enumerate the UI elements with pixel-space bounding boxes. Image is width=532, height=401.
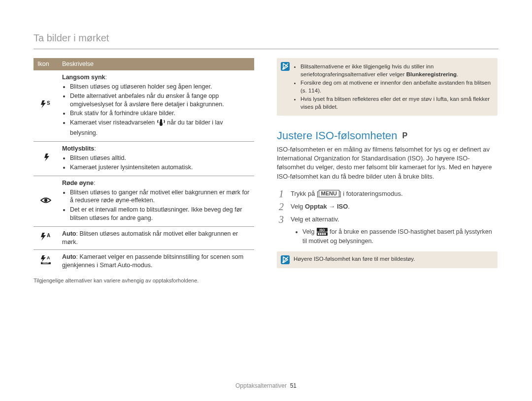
list-item: Blitsen utløses alltid. (70, 154, 250, 162)
iso-heading: Justere ISO-følsomheten (277, 129, 398, 142)
table-row: Motlysblits: Blitsen utløses alltid. Kam… (33, 142, 254, 176)
list-item: Blitsen utløses og utløseren holder seg … (70, 83, 250, 91)
list-item: Det er et intervall mellom to blitsutløs… (70, 206, 250, 222)
step-text: Velg et alternativ. (291, 215, 339, 223)
note-item: Hvis lyset fra blitsen reflekteres eller… (300, 95, 493, 111)
row-title: Motlysblits (62, 145, 94, 152)
svg-rect-13 (324, 233, 326, 235)
table-row: A Auto: Blitsen utløses automatisk når m… (33, 227, 254, 250)
table-footnote: Tilgjengelige alternativer kan variere a… (33, 278, 254, 283)
row-title: Langsom synk (62, 74, 105, 81)
svg-text:A: A (47, 233, 50, 238)
iso-auto-icon: ISO (316, 227, 328, 238)
title-rule (33, 49, 499, 49)
red-eye-icon (40, 197, 51, 205)
steps-list: 1 Trykk på [MENU] i fotorateringsmodus. … (277, 189, 498, 224)
th-ikon: Ikon (33, 58, 58, 70)
fill-in-flash-icon (41, 155, 50, 163)
list-item: Blitsen utløses to ganger når motivet el… (70, 188, 250, 205)
menu-button-label: MENU (319, 190, 339, 197)
list-item: Kameraet viser risteadvarselen (70, 119, 250, 137)
step-number: 2 (277, 202, 286, 212)
note-item: Blitsalternativene er ikke tilgjengelig … (300, 63, 493, 78)
footer-page-number: 51 (290, 382, 297, 389)
note-icon (281, 62, 290, 71)
list-item: Dette alternativet anbefales når du ønsk… (70, 92, 250, 109)
list-item: Kameraet justerer lysintensiteten automa… (70, 163, 250, 172)
note-box: Høyere ISO-følsomhet kan føre til mer bi… (277, 251, 498, 268)
th-beskrivelse: Beskrivelse (58, 58, 254, 70)
smart-auto-flash-icon: A SMART (40, 258, 52, 266)
table-row: S Langsom synk: Blitsen utløses og utløs… (33, 70, 254, 142)
note-text: Høyere ISO-følsomhet kan føre til mer bi… (294, 255, 415, 264)
slow-sync-flash-icon: S (40, 102, 52, 110)
row-title: Røde øyne (62, 180, 94, 186)
sub-bullet: Velg ISO for å bruke en passende ISO (302, 227, 498, 245)
svg-rect-10 (318, 233, 319, 235)
row-text: : Kameraet velger en passende blitsinnst… (62, 253, 243, 269)
flash-options-table: Ikon Beskrivelse S (33, 58, 254, 273)
step-number: 1 (277, 189, 286, 199)
step-text: Trykk på [MENU] i fotorateringsmodus. (291, 189, 403, 197)
table-row: A SMART Auto: Kameraet velger en passend… (33, 249, 254, 272)
iso-description: ISO-følsomheten er en måling av filmens … (277, 145, 498, 181)
row-title: Auto (62, 230, 76, 237)
svg-text:ISO: ISO (319, 228, 325, 231)
section-heading: Justere ISO-følsomheten P (277, 129, 498, 142)
auto-flash-icon: A (40, 234, 52, 243)
svg-point-1 (44, 199, 47, 202)
mode-badge-p: P (402, 131, 408, 140)
note-box: Blitsalternativene er ikke tilgjengelig … (277, 58, 498, 116)
svg-rect-12 (322, 233, 324, 235)
row-title: Auto (62, 253, 76, 260)
row-text: : Blitsen utløses automatisk når motivet… (62, 230, 238, 246)
step-number: 3 (277, 215, 286, 224)
svg-rect-11 (320, 233, 321, 235)
note-item: Forsikre deg om at motivene er innenfor … (300, 79, 493, 94)
note-icon (281, 255, 290, 264)
svg-text:A: A (47, 255, 50, 260)
footer-section: Opptaksalternativer (235, 382, 287, 389)
page-title: Ta bilder i mørket (33, 32, 499, 44)
list-item: Bruk stativ for å forhindre uklare bilde… (70, 109, 250, 118)
step-text: Velg Opptak → ISO. (291, 202, 350, 210)
svg-text:SMART: SMART (42, 262, 49, 264)
shake-warning-icon (157, 119, 166, 129)
table-row: Røde øyne: Blitsen utløses to ganger når… (33, 176, 254, 226)
svg-text:S: S (47, 100, 50, 106)
page-footer: Opptaksalternativer 51 (0, 382, 532, 389)
